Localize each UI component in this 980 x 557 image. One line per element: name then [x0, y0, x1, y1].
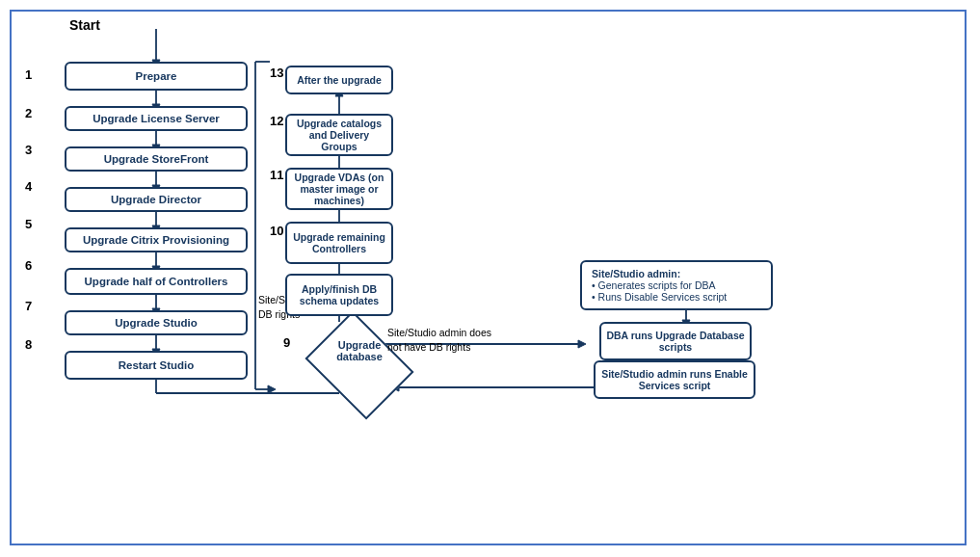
dba-runs-box: DBA runs Upgrade Database scripts [599, 322, 752, 360]
step-num-6: 6 [25, 258, 32, 273]
step-box-12: Upgrade catalogs and Delivery Groups [285, 114, 393, 156]
step-box-1: Prepare [65, 62, 248, 91]
left-bracket [251, 62, 299, 409]
step-num-2: 2 [25, 106, 32, 120]
step-box-5: Upgrade Citrix Provisioning [65, 227, 248, 252]
step-box-7: Upgrade Studio [65, 310, 248, 335]
step-box-3: Upgrade StoreFront [65, 146, 248, 172]
step-num-4: 4 [25, 179, 32, 194]
step-num-7: 7 [25, 299, 32, 313]
apply-finish-box: Apply/finish DB schema updates [285, 274, 393, 316]
step-box-2: Upgrade License Server [65, 106, 248, 131]
step-box-11: Upgrade VDAs (on master image or machine… [285, 168, 393, 210]
step-num-3: 3 [25, 143, 32, 157]
note-no-db-rights: Site/Studio admin doesnot have DB rights [387, 326, 522, 354]
flowchart-container: Start [10, 10, 967, 545]
start-label: Start [69, 17, 100, 33]
step-num-1: 1 [25, 67, 32, 82]
step-box-4: Upgrade Director [65, 187, 248, 212]
step-num-8: 8 [25, 337, 32, 352]
step-box-8: Restart Studio [65, 351, 248, 380]
svg-marker-39 [268, 385, 276, 393]
svg-marker-24 [578, 340, 586, 348]
step-box-10: Upgrade remaining Controllers [285, 222, 393, 264]
step-box-13: After the upgrade [285, 66, 393, 94]
enable-services-box: Site/Studio admin runs Enable Services s… [594, 360, 755, 399]
step-box-6: Upgrade half of Controllers [65, 268, 248, 295]
diamond-9: Upgradedatabase [297, 322, 384, 391]
diamond-label-9: Upgradedatabase [316, 339, 403, 362]
step-num-5: 5 [25, 217, 32, 231]
site-studio-admin-box: Site/Studio admin: • Generates scripts f… [580, 260, 773, 310]
